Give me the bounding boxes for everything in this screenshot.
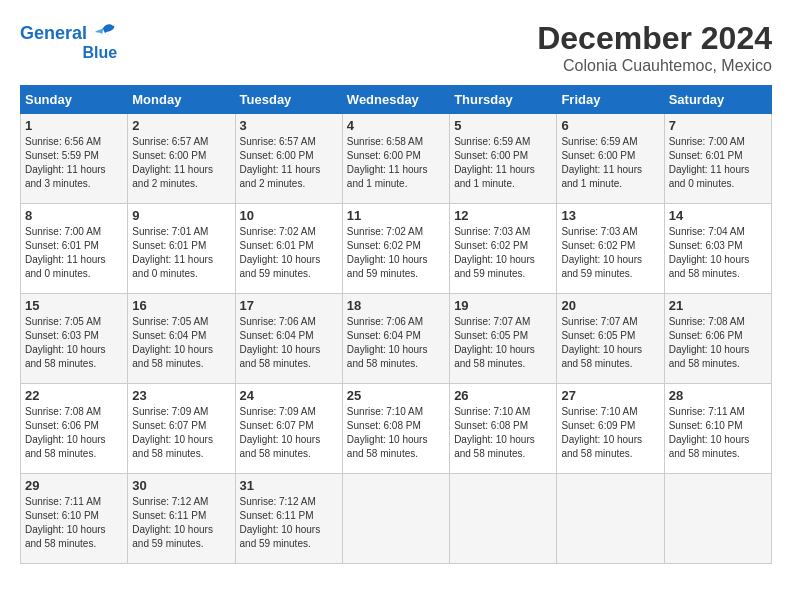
calendar-cell: 20Sunrise: 7:07 AM Sunset: 6:05 PM Dayli… [557, 294, 664, 384]
day-info: Sunrise: 7:07 AM Sunset: 6:05 PM Dayligh… [561, 315, 659, 371]
day-number: 27 [561, 388, 659, 403]
day-info: Sunrise: 7:00 AM Sunset: 6:01 PM Dayligh… [669, 135, 767, 191]
day-info: Sunrise: 6:59 AM Sunset: 6:00 PM Dayligh… [561, 135, 659, 191]
day-number: 5 [454, 118, 552, 133]
calendar-cell: 9Sunrise: 7:01 AM Sunset: 6:01 PM Daylig… [128, 204, 235, 294]
day-info: Sunrise: 7:00 AM Sunset: 6:01 PM Dayligh… [25, 225, 123, 281]
day-info: Sunrise: 7:03 AM Sunset: 6:02 PM Dayligh… [454, 225, 552, 281]
day-info: Sunrise: 7:06 AM Sunset: 6:04 PM Dayligh… [240, 315, 338, 371]
day-info: Sunrise: 7:07 AM Sunset: 6:05 PM Dayligh… [454, 315, 552, 371]
calendar-table: SundayMondayTuesdayWednesdayThursdayFrid… [20, 85, 772, 564]
day-info: Sunrise: 7:08 AM Sunset: 6:06 PM Dayligh… [25, 405, 123, 461]
calendar-week-row: 15Sunrise: 7:05 AM Sunset: 6:03 PM Dayli… [21, 294, 772, 384]
day-info: Sunrise: 6:59 AM Sunset: 6:00 PM Dayligh… [454, 135, 552, 191]
calendar-cell: 4Sunrise: 6:58 AM Sunset: 6:00 PM Daylig… [342, 114, 449, 204]
calendar-header-wednesday: Wednesday [342, 86, 449, 114]
day-number: 13 [561, 208, 659, 223]
calendar-cell: 16Sunrise: 7:05 AM Sunset: 6:04 PM Dayli… [128, 294, 235, 384]
day-info: Sunrise: 7:02 AM Sunset: 6:02 PM Dayligh… [347, 225, 445, 281]
page-header: General Blue December 2024 Colonia Cuauh… [20, 20, 772, 75]
calendar-header-sunday: Sunday [21, 86, 128, 114]
day-number: 19 [454, 298, 552, 313]
day-number: 24 [240, 388, 338, 403]
day-number: 23 [132, 388, 230, 403]
calendar-cell [342, 474, 449, 564]
day-number: 29 [25, 478, 123, 493]
day-info: Sunrise: 7:06 AM Sunset: 6:04 PM Dayligh… [347, 315, 445, 371]
calendar-cell: 10Sunrise: 7:02 AM Sunset: 6:01 PM Dayli… [235, 204, 342, 294]
calendar-cell: 21Sunrise: 7:08 AM Sunset: 6:06 PM Dayli… [664, 294, 771, 384]
day-number: 22 [25, 388, 123, 403]
calendar-header-row: SundayMondayTuesdayWednesdayThursdayFrid… [21, 86, 772, 114]
calendar-week-row: 29Sunrise: 7:11 AM Sunset: 6:10 PM Dayli… [21, 474, 772, 564]
day-number: 10 [240, 208, 338, 223]
calendar-cell: 6Sunrise: 6:59 AM Sunset: 6:00 PM Daylig… [557, 114, 664, 204]
calendar-week-row: 1Sunrise: 6:56 AM Sunset: 5:59 PM Daylig… [21, 114, 772, 204]
day-info: Sunrise: 7:09 AM Sunset: 6:07 PM Dayligh… [240, 405, 338, 461]
day-number: 14 [669, 208, 767, 223]
calendar-cell: 12Sunrise: 7:03 AM Sunset: 6:02 PM Dayli… [450, 204, 557, 294]
calendar-cell: 27Sunrise: 7:10 AM Sunset: 6:09 PM Dayli… [557, 384, 664, 474]
day-number: 30 [132, 478, 230, 493]
day-info: Sunrise: 7:11 AM Sunset: 6:10 PM Dayligh… [25, 495, 123, 551]
day-info: Sunrise: 7:12 AM Sunset: 6:11 PM Dayligh… [132, 495, 230, 551]
logo-text: General [20, 24, 87, 44]
calendar-cell: 24Sunrise: 7:09 AM Sunset: 6:07 PM Dayli… [235, 384, 342, 474]
day-number: 8 [25, 208, 123, 223]
day-number: 16 [132, 298, 230, 313]
calendar-week-row: 22Sunrise: 7:08 AM Sunset: 6:06 PM Dayli… [21, 384, 772, 474]
calendar-header-monday: Monday [128, 86, 235, 114]
calendar-cell: 14Sunrise: 7:04 AM Sunset: 6:03 PM Dayli… [664, 204, 771, 294]
day-number: 25 [347, 388, 445, 403]
day-info: Sunrise: 7:04 AM Sunset: 6:03 PM Dayligh… [669, 225, 767, 281]
calendar-cell [557, 474, 664, 564]
day-number: 28 [669, 388, 767, 403]
calendar-cell: 13Sunrise: 7:03 AM Sunset: 6:02 PM Dayli… [557, 204, 664, 294]
day-number: 2 [132, 118, 230, 133]
calendar-cell: 11Sunrise: 7:02 AM Sunset: 6:02 PM Dayli… [342, 204, 449, 294]
calendar-header-saturday: Saturday [664, 86, 771, 114]
day-info: Sunrise: 6:57 AM Sunset: 6:00 PM Dayligh… [240, 135, 338, 191]
calendar-cell: 1Sunrise: 6:56 AM Sunset: 5:59 PM Daylig… [21, 114, 128, 204]
day-info: Sunrise: 7:11 AM Sunset: 6:10 PM Dayligh… [669, 405, 767, 461]
calendar-cell: 7Sunrise: 7:00 AM Sunset: 6:01 PM Daylig… [664, 114, 771, 204]
page-title: December 2024 [537, 20, 772, 57]
day-info: Sunrise: 7:10 AM Sunset: 6:08 PM Dayligh… [347, 405, 445, 461]
calendar-header-friday: Friday [557, 86, 664, 114]
day-number: 9 [132, 208, 230, 223]
title-block: December 2024 Colonia Cuauhtemoc, Mexico [537, 20, 772, 75]
day-number: 12 [454, 208, 552, 223]
day-info: Sunrise: 7:10 AM Sunset: 6:08 PM Dayligh… [454, 405, 552, 461]
day-info: Sunrise: 7:05 AM Sunset: 6:04 PM Dayligh… [132, 315, 230, 371]
calendar-cell: 22Sunrise: 7:08 AM Sunset: 6:06 PM Dayli… [21, 384, 128, 474]
day-number: 6 [561, 118, 659, 133]
day-info: Sunrise: 6:58 AM Sunset: 6:00 PM Dayligh… [347, 135, 445, 191]
day-info: Sunrise: 7:10 AM Sunset: 6:09 PM Dayligh… [561, 405, 659, 461]
calendar-header-tuesday: Tuesday [235, 86, 342, 114]
day-info: Sunrise: 7:12 AM Sunset: 6:11 PM Dayligh… [240, 495, 338, 551]
calendar-cell [450, 474, 557, 564]
day-number: 7 [669, 118, 767, 133]
day-number: 20 [561, 298, 659, 313]
calendar-cell: 19Sunrise: 7:07 AM Sunset: 6:05 PM Dayli… [450, 294, 557, 384]
day-number: 15 [25, 298, 123, 313]
day-info: Sunrise: 7:09 AM Sunset: 6:07 PM Dayligh… [132, 405, 230, 461]
logo: General Blue [20, 20, 117, 62]
day-number: 17 [240, 298, 338, 313]
day-info: Sunrise: 7:08 AM Sunset: 6:06 PM Dayligh… [669, 315, 767, 371]
day-number: 18 [347, 298, 445, 313]
calendar-cell: 26Sunrise: 7:10 AM Sunset: 6:08 PM Dayli… [450, 384, 557, 474]
day-number: 1 [25, 118, 123, 133]
day-info: Sunrise: 7:05 AM Sunset: 6:03 PM Dayligh… [25, 315, 123, 371]
day-number: 21 [669, 298, 767, 313]
day-number: 26 [454, 388, 552, 403]
day-number: 31 [240, 478, 338, 493]
calendar-cell: 8Sunrise: 7:00 AM Sunset: 6:01 PM Daylig… [21, 204, 128, 294]
day-info: Sunrise: 7:02 AM Sunset: 6:01 PM Dayligh… [240, 225, 338, 281]
calendar-cell: 2Sunrise: 6:57 AM Sunset: 6:00 PM Daylig… [128, 114, 235, 204]
calendar-header-thursday: Thursday [450, 86, 557, 114]
day-number: 11 [347, 208, 445, 223]
page-subtitle: Colonia Cuauhtemoc, Mexico [537, 57, 772, 75]
calendar-cell: 31Sunrise: 7:12 AM Sunset: 6:11 PM Dayli… [235, 474, 342, 564]
day-number: 3 [240, 118, 338, 133]
